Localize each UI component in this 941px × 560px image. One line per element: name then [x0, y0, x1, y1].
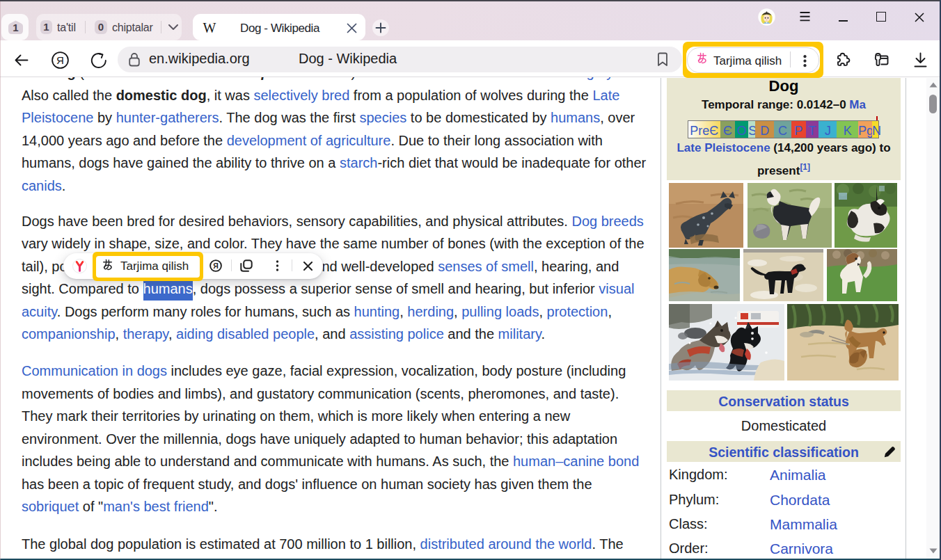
svg-text:1: 1	[13, 22, 18, 33]
svg-text:Я: Я	[213, 262, 219, 270]
svg-text:Я: Я	[56, 54, 64, 66]
